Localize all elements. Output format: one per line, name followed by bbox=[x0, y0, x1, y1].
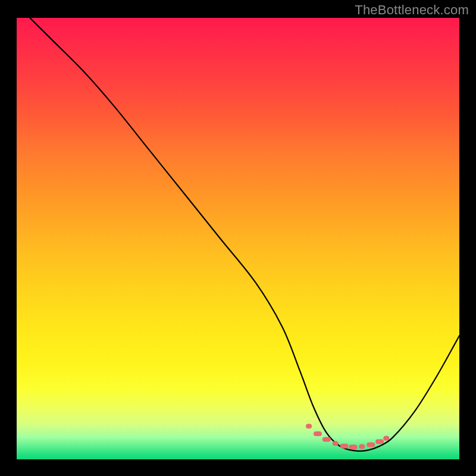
marker-dot bbox=[314, 431, 322, 436]
sweet-spot-markers bbox=[306, 424, 389, 449]
marker-dot bbox=[340, 444, 349, 449]
watermark-text: TheBottleneck.com bbox=[355, 2, 469, 18]
marker-dot bbox=[383, 436, 389, 440]
marker-dot bbox=[306, 424, 312, 428]
marker-dot bbox=[375, 439, 384, 444]
chart-container: TheBottleneck.com bbox=[0, 0, 476, 476]
marker-dot bbox=[333, 441, 339, 446]
marker-dot bbox=[349, 444, 357, 449]
marker-dot bbox=[359, 444, 365, 449]
marker-dot bbox=[322, 437, 331, 442]
marker-dot bbox=[367, 443, 375, 447]
plot-area bbox=[17, 18, 459, 459]
curve-layer bbox=[17, 18, 459, 459]
bottleneck-curve bbox=[30, 18, 459, 451]
